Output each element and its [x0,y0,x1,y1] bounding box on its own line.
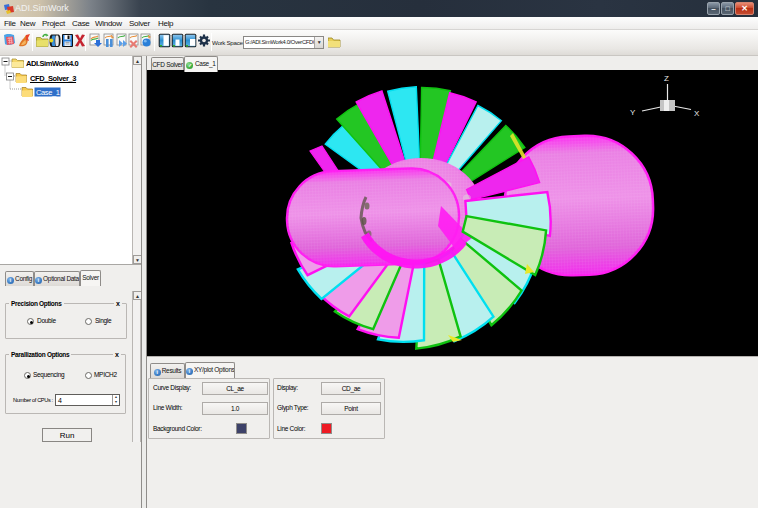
svg-text:Z: Z [664,74,669,83]
svg-text:Y: Y [630,108,636,117]
svg-text:X: X [694,109,700,118]
